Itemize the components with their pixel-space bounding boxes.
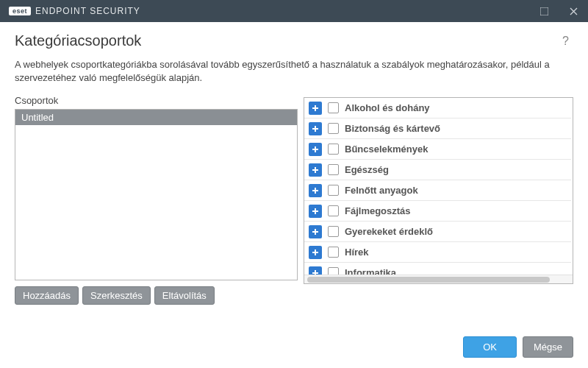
category-checkbox[interactable]: [328, 164, 339, 175]
page-title: Kategóriacsoportok: [15, 32, 141, 49]
category-label: Biztonság és kártevő: [345, 123, 440, 134]
groups-label: Csoportok: [15, 95, 298, 106]
add-button[interactable]: Hozzáadás: [15, 286, 79, 305]
category-label: Egészség: [345, 164, 389, 175]
remove-button[interactable]: Eltávolítás: [154, 286, 215, 305]
category-checkbox[interactable]: [328, 247, 339, 258]
category-row: Informatika: [304, 263, 571, 275]
close-button[interactable]: [559, 0, 588, 22]
svg-rect-0: [540, 7, 548, 15]
categories-scroll[interactable]: Alkohol és dohányBiztonság és kártevőBűn…: [304, 98, 573, 275]
category-checkbox[interactable]: [328, 226, 339, 237]
expand-icon[interactable]: [309, 102, 322, 115]
expand-icon[interactable]: [309, 122, 322, 135]
minimize-icon: [540, 7, 548, 15]
category-label: Hírek: [345, 247, 369, 258]
category-checkbox[interactable]: [328, 144, 339, 155]
cancel-button[interactable]: Mégse: [523, 336, 573, 358]
category-label: Informatika: [345, 267, 396, 275]
category-checkbox[interactable]: [328, 123, 339, 134]
titlebar: eset ENDPOINT SECURITY: [0, 0, 588, 22]
brand-badge: eset: [9, 7, 31, 15]
horizontal-scrollbar-thumb[interactable]: [307, 277, 550, 283]
dialog-footer: OK Mégse: [448, 326, 588, 368]
brand-text: ENDPOINT SECURITY: [35, 6, 140, 16]
category-row: Biztonság és kártevő: [304, 118, 571, 139]
groups-buttons: Hozzáadás Szerkesztés Eltávolítás: [15, 286, 298, 305]
expand-icon[interactable]: [309, 246, 322, 259]
close-icon: [570, 7, 578, 15]
expand-icon[interactable]: [309, 205, 322, 218]
category-label: Felnőtt anyagok: [345, 185, 418, 196]
category-row: Alkohol és dohány: [304, 98, 571, 118]
category-row: Felnőtt anyagok: [304, 180, 571, 201]
expand-icon[interactable]: [309, 163, 322, 177]
groups-column: Csoportok Untitled Hozzáadás Szerkesztés…: [15, 95, 298, 305]
category-label: Fájlmegosztás: [345, 205, 411, 216]
ok-button[interactable]: OK: [463, 336, 517, 358]
category-row: Bűncselekmények: [304, 139, 571, 160]
expand-icon[interactable]: [309, 184, 322, 197]
page-description: A webhelyek csoportkategóriákba sorolásá…: [15, 58, 573, 85]
category-checkbox[interactable]: [328, 205, 339, 216]
category-row: Egészség: [304, 160, 571, 180]
category-row: Hírek: [304, 242, 571, 263]
group-item[interactable]: Untitled: [15, 110, 297, 125]
category-label: Alkohol és dohány: [345, 102, 430, 113]
category-checkbox[interactable]: [328, 267, 339, 275]
category-row: Gyerekeket érdeklő: [304, 222, 571, 242]
titlebar-brand: eset ENDPOINT SECURITY: [9, 6, 140, 16]
category-row: Fájlmegosztás: [304, 201, 571, 222]
edit-button[interactable]: Szerkesztés: [82, 286, 151, 305]
window-controls: [529, 0, 588, 22]
main-area: Csoportok Untitled Hozzáadás Szerkesztés…: [0, 95, 588, 305]
category-label: Bűncselekmények: [345, 144, 428, 155]
help-button[interactable]: ?: [558, 33, 573, 49]
expand-icon[interactable]: [309, 143, 322, 156]
category-checkbox[interactable]: [328, 102, 339, 113]
minimize-button[interactable]: [529, 0, 559, 22]
category-checkbox[interactable]: [328, 185, 339, 196]
groups-list[interactable]: Untitled: [15, 109, 298, 280]
categories-box: Alkohol és dohányBiztonság és kártevőBűn…: [304, 97, 573, 284]
expand-icon[interactable]: [309, 225, 322, 238]
category-label: Gyerekeket érdeklő: [345, 226, 433, 237]
horizontal-scrollbar[interactable]: [304, 275, 573, 283]
content-header: Kategóriacsoportok ? A webhelyek csoport…: [0, 22, 588, 85]
categories-column: Alkohol és dohányBiztonság és kártevőBűn…: [304, 97, 573, 305]
expand-icon[interactable]: [309, 266, 322, 275]
